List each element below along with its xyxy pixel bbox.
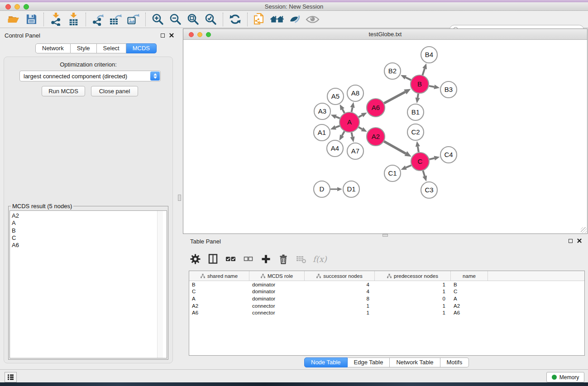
- network-canvas[interactable]: AA1A2A3A4A5A6A7A8BB1B2B3B4CC1C2C3C4DD1: [183, 40, 587, 234]
- network-minimize-button[interactable]: [197, 32, 202, 37]
- edge-C-C3[interactable]: [423, 171, 425, 176]
- node-label-B2: B2: [388, 67, 397, 75]
- zoom-window-button[interactable]: [24, 4, 29, 10]
- tab-style[interactable]: Style: [71, 43, 97, 53]
- edge-A-A6[interactable]: [359, 115, 362, 117]
- task-history-button[interactable]: [5, 372, 17, 382]
- edge-arrowhead: [350, 136, 355, 142]
- close-table-panel-icon[interactable]: [577, 238, 582, 243]
- close-panel-icon[interactable]: [169, 33, 174, 38]
- edge-A-A2[interactable]: [359, 127, 362, 129]
- edge-B-B1[interactable]: [418, 94, 418, 98]
- save-session-icon[interactable]: [24, 12, 38, 27]
- function-builder-icon[interactable]: f(x): [313, 253, 327, 265]
- export-network-icon[interactable]: [91, 12, 105, 27]
- tab-select[interactable]: Select: [97, 43, 126, 53]
- edge-C-C4[interactable]: [429, 158, 434, 159]
- table-cell: dominator: [249, 282, 305, 287]
- close-window-button[interactable]: [5, 4, 11, 10]
- edge-A2-C[interactable]: [384, 141, 406, 153]
- table-row[interactable]: A6connector11A6: [189, 309, 584, 316]
- mcds-result-group: MCDS result (5 nodes) A2ABCA6: [8, 206, 168, 360]
- edge-arrowhead: [434, 85, 440, 89]
- mcds-result-item[interactable]: A: [12, 219, 167, 227]
- mcds-result-item[interactable]: A6: [12, 242, 167, 249]
- refresh-layout-icon[interactable]: [228, 12, 242, 27]
- hide-graphics-details-icon[interactable]: [287, 12, 302, 27]
- clone-network-icon[interactable]: [252, 12, 267, 27]
- tab-node-table[interactable]: Node Table: [304, 357, 348, 367]
- network-window-titlebar[interactable]: testGlobe.txt: [183, 29, 587, 40]
- column-settings-gear-icon[interactable]: [189, 253, 201, 265]
- zoom-out-icon[interactable]: [168, 12, 182, 27]
- edge-B-B3[interactable]: [429, 86, 435, 87]
- edge-B-B4[interactable]: [422, 69, 425, 75]
- table-row[interactable]: Bdominator41B: [189, 281, 584, 288]
- node-label-C1: C1: [388, 169, 397, 177]
- vertical-splitter[interactable]: [177, 28, 183, 369]
- import-table-icon[interactable]: [66, 12, 81, 27]
- tab-edge-table[interactable]: Edge Table: [348, 357, 390, 367]
- float-panel-icon[interactable]: [161, 33, 165, 38]
- delete-row-trash-icon[interactable]: [277, 253, 289, 265]
- export-image-icon[interactable]: [126, 12, 140, 27]
- horizontal-splitter-grip[interactable]: [382, 234, 388, 237]
- edge-A-A3[interactable]: [336, 117, 340, 118]
- column-header-successor-nodes[interactable]: successor nodes: [305, 271, 375, 281]
- tab-network[interactable]: Network: [35, 43, 71, 53]
- edge-C-C2[interactable]: [418, 147, 419, 152]
- app-title: Session: New Session: [0, 2, 588, 11]
- edge-A-A4[interactable]: [342, 131, 344, 136]
- delete-table-icon[interactable]: [295, 253, 307, 265]
- network-zoom-button[interactable]: [206, 32, 211, 37]
- criterion-dropdown[interactable]: largest connected component (directed): [19, 71, 161, 81]
- unselect-all-icon[interactable]: [242, 253, 254, 265]
- minimize-window-button[interactable]: [14, 4, 20, 10]
- edge-A-A1[interactable]: [335, 126, 339, 128]
- splitter-grip[interactable]: [178, 195, 181, 201]
- table-row[interactable]: Cdominator41C: [189, 288, 584, 295]
- edge-A-A8[interactable]: [352, 108, 353, 112]
- edge-A6-B[interactable]: [384, 92, 406, 103]
- open-session-icon[interactable]: [6, 12, 21, 27]
- mcds-result-item[interactable]: B: [12, 227, 167, 234]
- memory-button[interactable]: Memory: [546, 372, 584, 382]
- table-row[interactable]: Adominator80A: [189, 295, 584, 302]
- edge-B-B2[interactable]: [406, 77, 411, 80]
- network-window-title: testGlobe.txt: [183, 29, 587, 39]
- column-header-predecessor-nodes[interactable]: predecessor nodes: [375, 271, 451, 281]
- column-header-MCDS-role[interactable]: MCDS role: [249, 271, 305, 281]
- export-table-icon[interactable]: [108, 12, 123, 27]
- toolbar-separator: [86, 13, 86, 26]
- table-row[interactable]: A2connector11A2: [189, 302, 584, 310]
- traffic-lights: [5, 4, 29, 10]
- result-list-scrollbar[interactable]: [157, 211, 163, 358]
- reset-home-icon[interactable]: [270, 12, 284, 27]
- select-all-icon[interactable]: [225, 253, 236, 265]
- tab-network-table[interactable]: Network Table: [390, 357, 440, 367]
- add-row-icon[interactable]: [260, 253, 272, 265]
- edge-arrowhead: [350, 102, 355, 108]
- import-network-icon[interactable]: [48, 12, 63, 27]
- edge-A-A5[interactable]: [342, 109, 344, 113]
- edge-A-A7[interactable]: [352, 133, 353, 137]
- mcds-result-item[interactable]: A2: [12, 212, 167, 219]
- edge-C-C1[interactable]: [406, 165, 411, 167]
- show-columns-icon[interactable]: [207, 253, 219, 265]
- column-header-name[interactable]: name: [451, 271, 488, 281]
- window-resize-grip[interactable]: [581, 227, 587, 233]
- birds-eye-view-icon[interactable]: [305, 12, 320, 27]
- zoom-in-icon[interactable]: [150, 12, 165, 27]
- tab-motifs[interactable]: Motifs: [440, 357, 469, 367]
- network-close-button[interactable]: [189, 32, 194, 37]
- network-graph[interactable]: AA1A2A3A4A5A6A7A8BB1B2B3B4CC1C2C3C4DD1: [183, 40, 587, 234]
- tab-mcds[interactable]: MCDS: [126, 43, 157, 53]
- node-table-header: shared nameMCDS rolesuccessor nodesprede…: [189, 271, 584, 281]
- zoom-fit-icon[interactable]: [186, 12, 200, 27]
- zoom-selected-icon[interactable]: [203, 12, 218, 27]
- column-header-shared-name[interactable]: shared name: [189, 271, 249, 281]
- close-panel-button[interactable]: Close panel: [91, 86, 138, 96]
- mcds-result-item[interactable]: C: [12, 234, 167, 242]
- float-table-panel-icon[interactable]: [569, 239, 573, 243]
- run-mcds-button[interactable]: Run MCDS: [42, 86, 85, 96]
